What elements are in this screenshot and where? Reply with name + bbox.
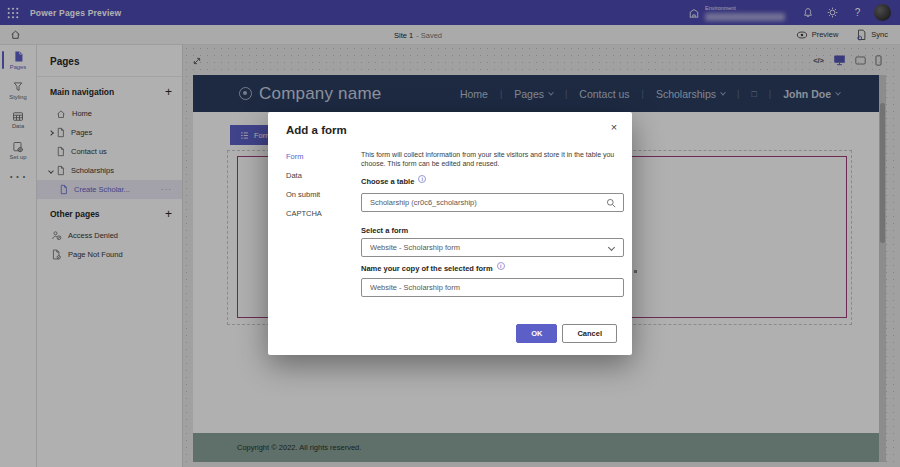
chevron-down-icon — [608, 244, 615, 251]
name-copy-label: Name your copy of the selected form i — [361, 264, 505, 273]
form-select-dropdown[interactable] — [361, 238, 624, 257]
tab-captcha[interactable]: CAPTCHA — [286, 209, 322, 218]
info-icon[interactable]: i — [418, 175, 426, 183]
dialog-actions: OK Cancel — [516, 324, 617, 343]
table-search-field[interactable] — [361, 193, 624, 212]
power-pages-studio: Power Pages Preview Environment — [0, 0, 900, 467]
add-form-dialog: Add a form × Form Data On submit CAPTCHA… — [268, 112, 632, 355]
tab-form[interactable]: Form — [286, 152, 322, 161]
dialog-tabs: Form Data On submit CAPTCHA — [286, 152, 322, 218]
tab-data[interactable]: Data — [286, 171, 322, 180]
name-copy-input[interactable] — [362, 283, 623, 292]
tab-on-submit[interactable]: On submit — [286, 190, 322, 199]
info-icon[interactable]: i — [497, 262, 505, 270]
dialog-title: Add a form — [286, 124, 347, 136]
ok-button[interactable]: OK — [516, 324, 557, 343]
close-icon[interactable]: × — [606, 119, 622, 135]
select-form-label: Select a form — [361, 226, 408, 235]
table-search-input[interactable] — [362, 198, 606, 207]
cancel-button[interactable]: Cancel — [562, 324, 617, 343]
dialog-description: This form will collect information from … — [361, 150, 624, 169]
name-copy-field[interactable] — [361, 278, 624, 297]
search-icon — [606, 198, 616, 208]
choose-table-label: Choose a table i — [361, 177, 426, 186]
form-select-value[interactable] — [362, 243, 609, 252]
